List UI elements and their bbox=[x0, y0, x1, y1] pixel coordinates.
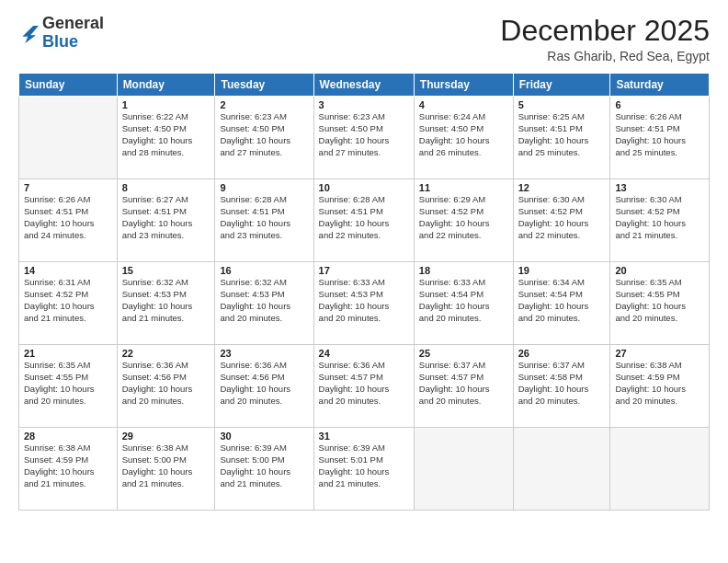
logo-icon bbox=[18, 23, 39, 43]
weekday-thursday: Thursday bbox=[414, 74, 513, 97]
day-number: 2 bbox=[220, 99, 308, 110]
day-info: Sunrise: 6:30 AM Sunset: 4:52 PM Dayligh… bbox=[615, 194, 704, 241]
day-info: Sunrise: 6:23 AM Sunset: 4:50 PM Dayligh… bbox=[319, 111, 409, 158]
header: General Blue December 2025 Ras Gharib, R… bbox=[18, 15, 710, 63]
day-number: 4 bbox=[419, 99, 508, 110]
day-info: Sunrise: 6:38 AM Sunset: 5:00 PM Dayligh… bbox=[122, 442, 210, 489]
logo: General Blue bbox=[18, 15, 104, 52]
calendar-cell: 17Sunrise: 6:33 AM Sunset: 4:53 PM Dayli… bbox=[313, 262, 414, 345]
weekday-tuesday: Tuesday bbox=[215, 74, 313, 97]
calendar-cell bbox=[610, 428, 710, 511]
day-info: Sunrise: 6:31 AM Sunset: 4:52 PM Dayligh… bbox=[24, 277, 112, 324]
page: General Blue December 2025 Ras Gharib, R… bbox=[0, 0, 728, 563]
calendar-cell: 21Sunrise: 6:35 AM Sunset: 4:55 PM Dayli… bbox=[19, 345, 118, 428]
month-year: December 2025 bbox=[500, 15, 710, 47]
day-info: Sunrise: 6:25 AM Sunset: 4:51 PM Dayligh… bbox=[518, 111, 606, 158]
calendar-cell: 3Sunrise: 6:23 AM Sunset: 4:50 PM Daylig… bbox=[313, 97, 414, 179]
day-info: Sunrise: 6:39 AM Sunset: 5:01 PM Dayligh… bbox=[319, 442, 409, 489]
day-number: 29 bbox=[122, 431, 210, 442]
calendar-cell: 14Sunrise: 6:31 AM Sunset: 4:52 PM Dayli… bbox=[19, 262, 118, 345]
day-number: 31 bbox=[319, 431, 409, 442]
day-number: 14 bbox=[24, 265, 112, 276]
title-block: December 2025 Ras Gharib, Red Sea, Egypt bbox=[500, 15, 710, 63]
day-info: Sunrise: 6:30 AM Sunset: 4:52 PM Dayligh… bbox=[518, 194, 606, 241]
calendar-cell bbox=[414, 428, 513, 511]
day-info: Sunrise: 6:26 AM Sunset: 4:51 PM Dayligh… bbox=[24, 194, 112, 241]
logo-text: General Blue bbox=[42, 15, 104, 52]
day-info: Sunrise: 6:28 AM Sunset: 4:51 PM Dayligh… bbox=[220, 194, 308, 241]
calendar-cell: 5Sunrise: 6:25 AM Sunset: 4:51 PM Daylig… bbox=[513, 97, 610, 179]
day-number: 20 bbox=[615, 265, 704, 276]
day-info: Sunrise: 6:28 AM Sunset: 4:51 PM Dayligh… bbox=[319, 194, 409, 241]
day-info: Sunrise: 6:26 AM Sunset: 4:51 PM Dayligh… bbox=[615, 111, 704, 158]
day-info: Sunrise: 6:34 AM Sunset: 4:54 PM Dayligh… bbox=[518, 277, 606, 324]
day-number: 8 bbox=[122, 182, 210, 193]
day-number: 17 bbox=[319, 265, 409, 276]
calendar-cell: 6Sunrise: 6:26 AM Sunset: 4:51 PM Daylig… bbox=[610, 97, 710, 179]
location: Ras Gharib, Red Sea, Egypt bbox=[500, 49, 710, 63]
calendar-cell: 9Sunrise: 6:28 AM Sunset: 4:51 PM Daylig… bbox=[215, 179, 313, 262]
calendar-cell: 2Sunrise: 6:23 AM Sunset: 4:50 PM Daylig… bbox=[215, 97, 313, 179]
day-info: Sunrise: 6:27 AM Sunset: 4:51 PM Dayligh… bbox=[122, 194, 210, 241]
day-info: Sunrise: 6:36 AM Sunset: 4:56 PM Dayligh… bbox=[122, 360, 210, 407]
calendar-cell: 20Sunrise: 6:35 AM Sunset: 4:55 PM Dayli… bbox=[610, 262, 710, 345]
calendar-cell: 8Sunrise: 6:27 AM Sunset: 4:51 PM Daylig… bbox=[117, 179, 215, 262]
calendar-cell: 26Sunrise: 6:37 AM Sunset: 4:58 PM Dayli… bbox=[513, 345, 610, 428]
calendar-cell bbox=[513, 428, 610, 511]
calendar-cell: 23Sunrise: 6:36 AM Sunset: 4:56 PM Dayli… bbox=[215, 345, 313, 428]
day-number: 11 bbox=[419, 182, 508, 193]
day-info: Sunrise: 6:39 AM Sunset: 5:00 PM Dayligh… bbox=[220, 442, 308, 489]
calendar: SundayMondayTuesdayWednesdayThursdayFrid… bbox=[18, 73, 710, 511]
weekday-monday: Monday bbox=[117, 74, 215, 97]
day-info: Sunrise: 6:36 AM Sunset: 4:57 PM Dayligh… bbox=[319, 360, 409, 407]
logo-general: General bbox=[42, 15, 104, 33]
weekday-sunday: Sunday bbox=[19, 74, 118, 97]
calendar-cell: 29Sunrise: 6:38 AM Sunset: 5:00 PM Dayli… bbox=[117, 428, 215, 511]
calendar-cell: 1Sunrise: 6:22 AM Sunset: 4:50 PM Daylig… bbox=[117, 97, 215, 179]
day-number: 5 bbox=[518, 99, 606, 110]
weekday-saturday: Saturday bbox=[610, 74, 710, 97]
week-row-2: 7Sunrise: 6:26 AM Sunset: 4:51 PM Daylig… bbox=[19, 179, 710, 262]
day-info: Sunrise: 6:37 AM Sunset: 4:58 PM Dayligh… bbox=[518, 360, 606, 407]
calendar-cell: 4Sunrise: 6:24 AM Sunset: 4:50 PM Daylig… bbox=[414, 97, 513, 179]
day-number: 23 bbox=[220, 348, 308, 359]
calendar-cell: 30Sunrise: 6:39 AM Sunset: 5:00 PM Dayli… bbox=[215, 428, 313, 511]
weekday-wednesday: Wednesday bbox=[313, 74, 414, 97]
calendar-cell: 24Sunrise: 6:36 AM Sunset: 4:57 PM Dayli… bbox=[313, 345, 414, 428]
calendar-cell: 11Sunrise: 6:29 AM Sunset: 4:52 PM Dayli… bbox=[414, 179, 513, 262]
day-number: 10 bbox=[319, 182, 409, 193]
day-number: 21 bbox=[24, 348, 112, 359]
week-row-5: 28Sunrise: 6:38 AM Sunset: 4:59 PM Dayli… bbox=[19, 428, 710, 511]
day-number: 9 bbox=[220, 182, 308, 193]
weekday-header-row: SundayMondayTuesdayWednesdayThursdayFrid… bbox=[19, 74, 710, 97]
day-number: 6 bbox=[615, 99, 704, 110]
day-number: 25 bbox=[419, 348, 508, 359]
weekday-friday: Friday bbox=[513, 74, 610, 97]
calendar-cell: 28Sunrise: 6:38 AM Sunset: 4:59 PM Dayli… bbox=[19, 428, 118, 511]
day-number: 1 bbox=[122, 99, 210, 110]
day-info: Sunrise: 6:22 AM Sunset: 4:50 PM Dayligh… bbox=[122, 111, 210, 158]
day-info: Sunrise: 6:33 AM Sunset: 4:53 PM Dayligh… bbox=[319, 277, 409, 324]
day-number: 18 bbox=[419, 265, 508, 276]
day-info: Sunrise: 6:24 AM Sunset: 4:50 PM Dayligh… bbox=[419, 111, 508, 158]
day-info: Sunrise: 6:35 AM Sunset: 4:55 PM Dayligh… bbox=[615, 277, 704, 324]
svg-marker-0 bbox=[22, 26, 39, 43]
calendar-cell: 15Sunrise: 6:32 AM Sunset: 4:53 PM Dayli… bbox=[117, 262, 215, 345]
day-info: Sunrise: 6:32 AM Sunset: 4:53 PM Dayligh… bbox=[220, 277, 308, 324]
day-number: 22 bbox=[122, 348, 210, 359]
calendar-cell bbox=[19, 97, 118, 179]
calendar-cell: 18Sunrise: 6:33 AM Sunset: 4:54 PM Dayli… bbox=[414, 262, 513, 345]
day-info: Sunrise: 6:23 AM Sunset: 4:50 PM Dayligh… bbox=[220, 111, 308, 158]
calendar-cell: 7Sunrise: 6:26 AM Sunset: 4:51 PM Daylig… bbox=[19, 179, 118, 262]
day-info: Sunrise: 6:38 AM Sunset: 4:59 PM Dayligh… bbox=[615, 360, 704, 407]
day-info: Sunrise: 6:33 AM Sunset: 4:54 PM Dayligh… bbox=[419, 277, 508, 324]
day-number: 19 bbox=[518, 265, 606, 276]
week-row-3: 14Sunrise: 6:31 AM Sunset: 4:52 PM Dayli… bbox=[19, 262, 710, 345]
day-number: 30 bbox=[220, 431, 308, 442]
calendar-cell: 27Sunrise: 6:38 AM Sunset: 4:59 PM Dayli… bbox=[610, 345, 710, 428]
calendar-cell: 31Sunrise: 6:39 AM Sunset: 5:01 PM Dayli… bbox=[313, 428, 414, 511]
day-info: Sunrise: 6:35 AM Sunset: 4:55 PM Dayligh… bbox=[24, 360, 112, 407]
day-number: 13 bbox=[615, 182, 704, 193]
logo-blue: Blue bbox=[42, 33, 104, 52]
week-row-1: 1Sunrise: 6:22 AM Sunset: 4:50 PM Daylig… bbox=[19, 97, 710, 179]
